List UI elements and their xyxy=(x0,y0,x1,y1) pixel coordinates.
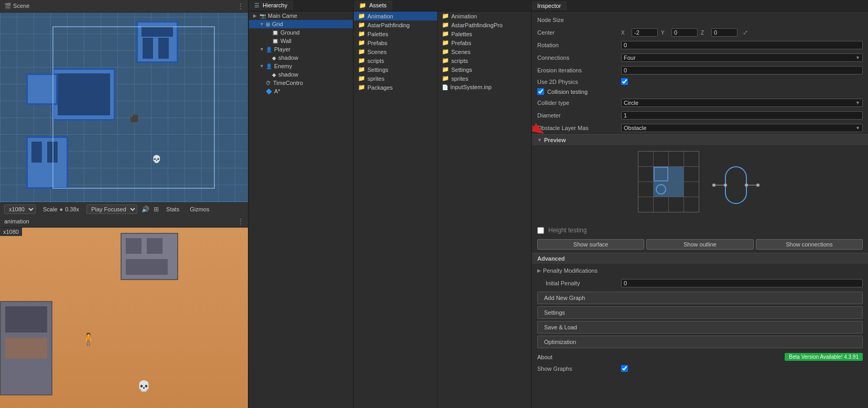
hi-icon-timecontro: ⏱ xyxy=(266,80,271,86)
assets-folder-label-7: sprites xyxy=(367,76,384,82)
hierarchy-item-ground[interactable]: 🔲 Ground xyxy=(249,28,353,37)
hierarchy-tab[interactable]: ☰ Hierarchy xyxy=(249,1,293,10)
folder-icon-6: 📁 xyxy=(358,66,365,73)
stats-label[interactable]: Stats xyxy=(163,205,182,213)
diameter-input[interactable] xyxy=(621,111,863,120)
hierarchy-item-shadow1[interactable]: ◆ shadow xyxy=(249,53,353,62)
hi-icon-shadow1: ◆ xyxy=(272,55,276,61)
height-testing-checkbox[interactable] xyxy=(537,227,544,234)
file-icon-7: 📁 xyxy=(442,75,449,82)
assets-tab[interactable]: 📁 Assets xyxy=(354,1,392,10)
assets-folder-animation[interactable]: 📁 Animation xyxy=(354,12,437,20)
initial-penalty-input[interactable] xyxy=(621,279,863,287)
pc-1-2-hl xyxy=(669,167,683,181)
hi-label-enemy: Enemy xyxy=(274,63,292,69)
erosion-input[interactable] xyxy=(621,66,863,74)
assets-folder-prefabs[interactable]: 📁 Prefabs xyxy=(354,38,437,47)
animation-menu-dots[interactable]: ⋮ xyxy=(237,218,244,225)
connections-arrow-icon: ▼ xyxy=(855,55,860,60)
x-label: X xyxy=(621,30,628,36)
collider-type-dropdown[interactable]: Circle ▼ xyxy=(621,99,863,107)
assets-file-0[interactable]: 📁 Animation xyxy=(438,12,531,20)
save-load-button[interactable]: Save & Load xyxy=(537,321,863,334)
hierarchy-item-grid[interactable]: ▼ ⊞ Grid xyxy=(249,20,353,28)
scene-view-label: 🎬 Scene xyxy=(4,3,29,9)
assets-file-8[interactable]: 📄 InputSystem.inp xyxy=(438,83,531,91)
assets-section: 📁 Assets 📁 Animation 📁 AstarPathfinding … xyxy=(354,0,532,408)
advanced-label: Advanced xyxy=(537,255,565,262)
skeleton-game-char: 💀 xyxy=(137,380,150,392)
obstacle-layer-row: Obstacle Layer Mas Obstacle ▼ xyxy=(532,122,868,134)
diameter-label: Diameter xyxy=(537,112,621,119)
beta-badge: Beta Version Available! 4.3.91 xyxy=(785,353,863,361)
center-expand-icon[interactable]: ⤢ xyxy=(743,29,748,36)
assets-folder-palettes[interactable]: 📁 Palettes xyxy=(354,29,437,38)
assets-folder-sprites[interactable]: 📁 sprites xyxy=(354,74,437,83)
hierarchy-item-astar[interactable]: 🔷 A* xyxy=(249,87,353,95)
center-x-input[interactable] xyxy=(632,28,658,37)
settings-button[interactable]: Settings xyxy=(537,306,863,319)
assets-file-1[interactable]: 📁 AstarPathfindingPro xyxy=(438,20,531,29)
assets-file-2[interactable]: 📁 Palettes xyxy=(438,29,531,38)
hierarchy-item-wall[interactable]: 🔲 Wall xyxy=(249,37,353,45)
stone-inner-3 xyxy=(5,338,47,359)
show-surface-button[interactable]: Show surface xyxy=(537,239,644,250)
assets-folder-scenes[interactable]: 📁 Scenes xyxy=(354,47,437,56)
assets-folder-astar[interactable]: 📁 AstarPathfinding xyxy=(354,20,437,29)
use2d-checkbox[interactable] xyxy=(621,78,628,85)
assets-folder-packages[interactable]: 📁 Packages xyxy=(354,83,437,92)
grid-icon[interactable]: ⊞ xyxy=(154,206,159,213)
z-label: Z xyxy=(701,30,708,36)
center-xyz: X Y Z ⤢ xyxy=(621,28,863,37)
show-connections-button[interactable]: Show connections xyxy=(756,239,863,250)
pc-2-0 xyxy=(638,182,653,197)
game-view[interactable]: animation ⋮ 🧍 💀 x1080 xyxy=(0,215,249,408)
inspector-tab[interactable]: Inspector xyxy=(532,1,567,10)
pc-2-1-circle xyxy=(654,182,668,197)
show-graphs-checkbox[interactable] xyxy=(621,365,628,372)
collision-checkbox[interactable] xyxy=(537,88,544,95)
hi-label-wall: Wall xyxy=(280,38,291,44)
assets-file-5[interactable]: 📁 scripts xyxy=(438,56,531,65)
scene-view-menu[interactable]: ⋮ xyxy=(237,3,244,10)
speaker-icon[interactable]: 🔊 xyxy=(142,206,149,213)
hi-arrow-0: ▶ xyxy=(253,13,259,18)
hierarchy-item-shadow2[interactable]: ◆ shadow xyxy=(249,70,353,79)
stone-inner-2 xyxy=(5,306,47,332)
preview-section-header[interactable]: ▼ Preview xyxy=(532,134,868,146)
assets-folder-tree: 📁 Animation 📁 AstarPathfinding 📁 Palette… xyxy=(354,12,438,408)
play-focused-dropdown[interactable]: Play Focused xyxy=(86,205,137,214)
assets-file-6[interactable]: 📁 Settings xyxy=(438,65,531,74)
hierarchy-item-enemy[interactable]: ▼ 👤 Enemy xyxy=(249,62,353,70)
connections-dropdown[interactable]: Four ▼ xyxy=(621,53,863,62)
show-graphs-row: Show Graphs xyxy=(532,363,868,373)
assets-file-3[interactable]: 📁 Prefabs xyxy=(438,38,531,47)
obstacle-layer-dropdown[interactable]: Obstacle ▼ xyxy=(621,124,863,132)
center-y-input[interactable] xyxy=(671,28,698,37)
folder-icon-1: 📁 xyxy=(358,22,365,28)
hierarchy-item-player[interactable]: ▼ 👤 Player xyxy=(249,45,353,53)
hierarchy-item-timecontro[interactable]: ⏱ TimeContro xyxy=(249,79,353,87)
show-outline-button[interactable]: Show outline xyxy=(646,239,753,250)
svg-rect-2 xyxy=(725,167,746,203)
inspector-section: Inspector Node Size Center X Y Z ⤢ xyxy=(532,0,868,408)
optimization-button[interactable]: Optimization xyxy=(537,336,863,348)
hi-arrow-4: ▼ xyxy=(259,47,266,52)
rotation-input[interactable] xyxy=(621,41,863,49)
scene-view[interactable]: ⬛ 💀 🎬 Scene ⋮ xyxy=(0,0,249,215)
assets-folder-scripts[interactable]: 📁 scripts xyxy=(354,56,437,65)
center-z-input[interactable] xyxy=(711,28,737,37)
assets-file-7[interactable]: 📁 sprites xyxy=(438,74,531,83)
assets-file-4[interactable]: 📁 Scenes xyxy=(438,47,531,56)
assets-file-label-0: Animation xyxy=(451,13,477,19)
add-new-graph-button[interactable]: Add New Graph xyxy=(537,292,863,304)
gizmos-label[interactable]: Gizmos xyxy=(187,205,212,213)
diameter-row: Diameter xyxy=(532,109,868,122)
assets-folder-settings[interactable]: 📁 Settings xyxy=(354,65,437,74)
hi-label-grid: Grid xyxy=(272,21,283,27)
assets-tab-bar: 📁 Assets xyxy=(354,0,531,12)
resolution-dropdown[interactable]: x1080 xyxy=(4,205,36,214)
folder-icon-4: 📁 xyxy=(358,48,365,55)
hierarchy-item-maincame[interactable]: ▶ 📷 Main Came xyxy=(249,12,353,20)
hierarchy-tab-icon: ☰ xyxy=(254,2,259,8)
